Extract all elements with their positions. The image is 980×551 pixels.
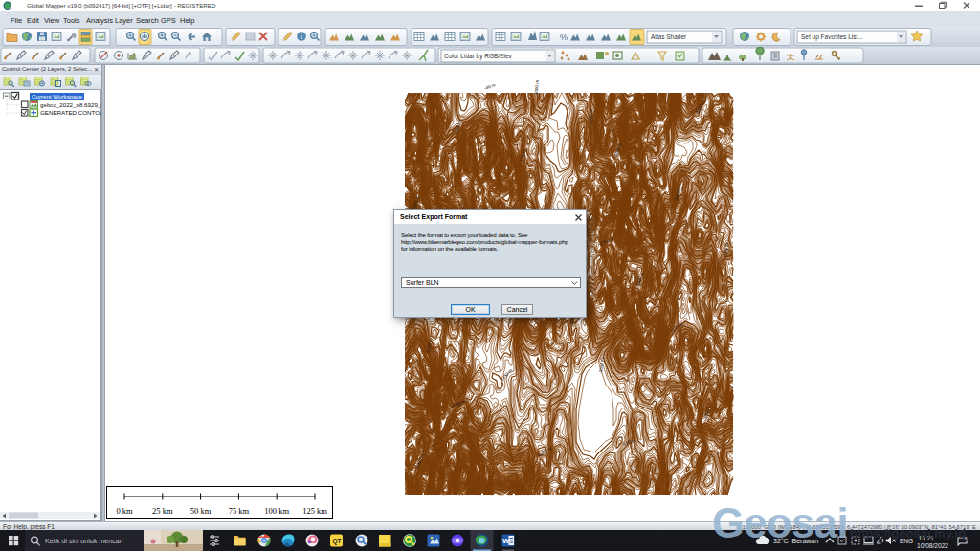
svg-text:W: W xyxy=(502,537,510,545)
svg-text:10/08/2022: 10/08/2022 xyxy=(917,542,948,549)
svg-text:Set up Favorites List...: Set up Favorites List... xyxy=(801,33,863,41)
svg-text:%: % xyxy=(560,33,568,42)
svg-text:100 km: 100 km xyxy=(264,506,289,516)
svg-text:Color Lidar by RGB/Elev: Color Lidar by RGB/Elev xyxy=(444,53,513,60)
svg-text:50 km: 50 km xyxy=(190,506,212,516)
svg-text:25 km: 25 km xyxy=(152,506,173,516)
svg-text:Atlas Shader: Atlas Shader xyxy=(651,33,687,40)
svg-text:QT: QT xyxy=(333,538,342,545)
svg-text:Ketik di sini untuk mencari: Ketik di sini untuk mencari xyxy=(45,538,123,544)
svg-text:75 km: 75 km xyxy=(229,506,250,516)
svg-text:125 km: 125 km xyxy=(302,506,327,516)
svg-text:0 km: 0 km xyxy=(116,506,133,516)
